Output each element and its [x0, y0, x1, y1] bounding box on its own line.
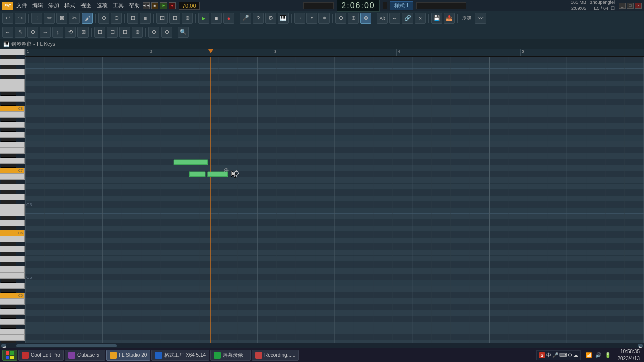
tb-cut[interactable]: ✂: [69, 13, 80, 24]
piano-keyboard[interactable]: C8C7C6C5C4C3C2C1: [0, 49, 25, 343]
piano-key-G#8[interactable]: [1, 65, 16, 69]
tb2-tool4[interactable]: ⊗: [132, 27, 143, 38]
piano-key-G8[interactable]: [0, 69, 25, 75]
tb2-zoom2[interactable]: ⊖: [161, 27, 172, 38]
tb2-tool2[interactable]: ⊟: [107, 27, 118, 38]
piano-key-A#8[interactable]: [1, 55, 16, 59]
tb-mode-2[interactable]: ✦: [306, 13, 317, 24]
menu-help[interactable]: 帮助: [129, 2, 140, 9]
piano-key-B4[interactable]: [0, 299, 25, 305]
piano-key-B5[interactable]: [0, 236, 25, 242]
piano-key-F#4[interactable]: [1, 325, 16, 329]
maximize-button[interactable]: □: [627, 3, 634, 9]
tb-play[interactable]: ►: [198, 13, 209, 24]
note-a5[interactable]: [174, 160, 208, 165]
tb-quantize[interactable]: ≡: [140, 13, 151, 24]
piano-key-F#6[interactable]: [1, 200, 16, 204]
horizontal-scrollbar[interactable]: ◄ ►: [0, 343, 644, 348]
piano-key-D7[interactable]: [0, 158, 25, 164]
piano-key-F5[interactable]: [0, 266, 25, 273]
piano-key-G#7[interactable]: [1, 128, 16, 132]
piano-key-E6[interactable]: [0, 210, 25, 216]
piano-key-A#6[interactable]: [1, 180, 16, 184]
tb2-tool1[interactable]: ⊞: [94, 27, 105, 38]
piano-key-C#5[interactable]: [1, 289, 16, 293]
piano-key-A#4[interactable]: [1, 305, 16, 309]
taskbar-clock[interactable]: 10:58:35 2023/4/13: [616, 348, 642, 363]
piano-roll-notes[interactable]: [25, 57, 644, 343]
minimize-button[interactable]: _: [619, 3, 626, 9]
piano-key-D#7[interactable]: [1, 154, 16, 158]
piano-key-G#6[interactable]: [1, 190, 16, 194]
start-button[interactable]: [2, 350, 17, 361]
piano-key-E5[interactable]: [0, 273, 25, 279]
tray-volume[interactable]: 🔊: [594, 351, 602, 359]
piano-key-A7[interactable]: [0, 122, 25, 128]
tb-eraser[interactable]: ⊠: [56, 13, 67, 24]
tb-save[interactable]: 💾: [431, 13, 442, 24]
piano-key-A8[interactable]: [0, 59, 25, 65]
tray-network[interactable]: 📶: [585, 351, 593, 359]
tb2-invert[interactable]: ⊠: [77, 27, 89, 38]
tb2-search[interactable]: 🔍: [178, 27, 189, 38]
tb-redo[interactable]: ↪: [15, 13, 26, 24]
piano-key-F6[interactable]: [0, 204, 25, 210]
piano-key-A5[interactable]: [0, 246, 25, 252]
piano-key-B7[interactable]: [0, 112, 25, 118]
menu-style[interactable]: 样式: [64, 2, 75, 9]
taskbar-recording[interactable]: Recording......: [252, 350, 299, 361]
taskbar-fl-studio[interactable]: FL Studio 20: [106, 350, 150, 361]
prev-btn[interactable]: ◄◄: [143, 2, 150, 9]
menu-add[interactable]: 添加: [48, 2, 59, 9]
tb2-flip-v[interactable]: ↕: [52, 27, 63, 38]
tb-brush[interactable]: 🖌: [82, 13, 93, 24]
piano-key-B8[interactable]: [0, 49, 25, 55]
piano-key-F4[interactable]: [0, 329, 25, 335]
tb-export[interactable]: 📤: [444, 13, 455, 24]
scroll-right-btn[interactable]: ►: [638, 344, 643, 347]
tb-cross[interactable]: ×: [415, 13, 426, 24]
tb-pencil[interactable]: ✏: [44, 13, 55, 24]
record-btn[interactable]: ●: [169, 2, 176, 9]
tb-mode-3[interactable]: ⊕: [318, 13, 330, 24]
piano-key-D#4[interactable]: [1, 341, 16, 343]
tb-select[interactable]: ⊹: [31, 13, 42, 24]
menu-view[interactable]: 视图: [80, 2, 92, 9]
piano-key-F7[interactable]: [0, 142, 25, 148]
piano-key-A#7[interactable]: [1, 118, 16, 122]
piano-key-F8[interactable]: [0, 79, 25, 85]
piano-key-G#5[interactable]: [1, 252, 16, 256]
tb-move[interactable]: ↔: [389, 13, 400, 24]
piano-key-D6[interactable]: [0, 220, 25, 226]
tb-zoom-in[interactable]: ⊕: [98, 13, 109, 24]
tb2-pointer[interactable]: ↖: [15, 27, 26, 38]
tb2-magnet[interactable]: ⊕: [27, 27, 38, 38]
piano-key-D#6[interactable]: [1, 216, 16, 220]
piano-key-G4[interactable]: [0, 319, 25, 325]
stop-btn[interactable]: ■: [151, 2, 158, 9]
scroll-left-btn[interactable]: ◄: [1, 344, 6, 347]
piano-key-A4[interactable]: [0, 309, 25, 315]
piano-key-G#4[interactable]: [1, 315, 16, 319]
tb2-flip-h[interactable]: ↔: [40, 27, 51, 38]
tb-record[interactable]: ●: [223, 13, 234, 24]
tb-info[interactable]: ?: [253, 13, 264, 24]
piano-key-F#5[interactable]: [1, 262, 16, 266]
tb-ghost[interactable]: ⊙: [335, 13, 346, 24]
tb-link[interactable]: 🔗: [402, 13, 413, 24]
scroll-thumb[interactable]: [16, 344, 117, 347]
piano-key-D#5[interactable]: [1, 279, 16, 283]
piano-key-A6[interactable]: [0, 184, 25, 190]
tb-copy[interactable]: ⊡: [156, 13, 168, 24]
tb-mode-1[interactable]: →: [294, 13, 305, 24]
note-g5-1[interactable]: [189, 172, 205, 177]
tb2-back[interactable]: ←: [2, 27, 13, 38]
tb-settings[interactable]: ⚙: [265, 13, 276, 24]
tb-solo[interactable]: ⊛: [360, 13, 371, 24]
tb-paste[interactable]: ⊟: [169, 13, 180, 24]
tb-zoom-out[interactable]: ⊖: [111, 13, 122, 24]
piano-key-E8[interactable]: [0, 85, 25, 92]
tb-mic[interactable]: 🎤: [240, 13, 251, 24]
tb-stop[interactable]: ■: [211, 13, 222, 24]
piano-roll-grid[interactable]: 1 2 3 4 5: [25, 49, 644, 343]
